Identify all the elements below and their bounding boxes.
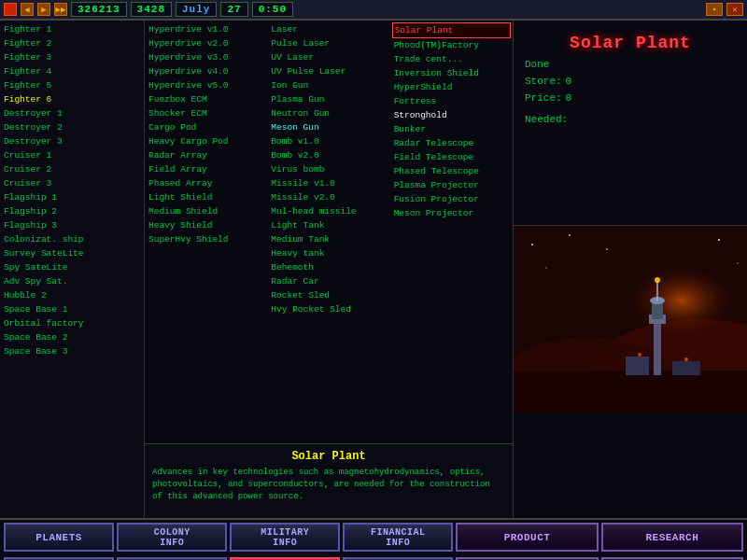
ship-item-3[interactable]: Fighter 4 <box>2 64 142 78</box>
ship-item-22[interactable]: Space Base 2 <box>2 330 142 344</box>
ship-item-17[interactable]: Spy SateLite <box>2 260 142 274</box>
equip-col3-item-1[interactable]: Phood(TM)Factory <box>392 38 511 52</box>
equip-col1-item-15[interactable]: SuperHvy Shield <box>147 232 265 246</box>
equip-col3-item-13[interactable]: Meson Projector <box>392 206 511 220</box>
equip-col1-item-1[interactable]: Hyperdrive v2.0 <box>147 36 265 50</box>
equip-col2-item-20[interactable]: Hvy Rocket Sled <box>269 302 388 316</box>
equip-col2-item-12[interactable]: Missile v2.0 <box>269 190 388 204</box>
colony-info-button[interactable]: COLONYINFO <box>117 523 227 552</box>
planets-button[interactable]: PLANETS <box>4 523 114 552</box>
equip-col1-item-9[interactable]: Radar Array <box>147 148 265 162</box>
bottom-navigation: PLANETS COLONYINFO MILITARYINFO FINANCIA… <box>0 518 747 560</box>
equip-col2-item-10[interactable]: Virus bomb <box>269 162 388 176</box>
ship-item-10[interactable]: Cruiser 2 <box>2 162 142 176</box>
equip-col3-item-5[interactable]: Fortress <box>392 94 511 108</box>
equip-col2-item-17[interactable]: Behemoth <box>269 260 388 274</box>
ship-item-14[interactable]: Flagship 3 <box>2 218 142 232</box>
ship-item-19[interactable]: Hubble 2 <box>2 288 142 302</box>
equip-col2-item-3[interactable]: UV Pulse Laser <box>269 64 388 78</box>
fast-forward-button[interactable]: ▶▶ <box>54 3 67 16</box>
next-button[interactable]: ▶ <box>37 3 50 16</box>
equip-col1-item-10[interactable]: Field Array <box>147 162 265 176</box>
ship-item-23[interactable]: Space Base 3 <box>2 344 142 358</box>
ship-item-0[interactable]: Fighter 1 <box>2 22 142 36</box>
equip-col1-item-7[interactable]: Cargo Pod <box>147 120 265 134</box>
product-button[interactable]: PRODUCT <box>456 523 598 552</box>
item-image <box>514 226 747 413</box>
equip-col1-item-13[interactable]: Medium Shield <box>147 204 265 218</box>
ship-item-1[interactable]: Fighter 2 <box>2 36 142 50</box>
prev-button[interactable]: ◀ <box>21 3 34 16</box>
equip-col2-item-6[interactable]: Neutron Gun <box>269 106 388 120</box>
equip-col3-item-7[interactable]: Bunker <box>392 122 511 136</box>
nav-row-1: PLANETS COLONYINFO MILITARYINFO FINANCIA… <box>0 520 747 554</box>
ship-item-11[interactable]: Cruiser 3 <box>2 176 142 190</box>
svg-point-17 <box>606 248 608 250</box>
ship-item-6[interactable]: Destroyer 1 <box>2 106 142 120</box>
equip-col2-item-13[interactable]: Mul-head missile <box>269 204 388 218</box>
equip-col1-item-4[interactable]: Hyperdrive v5.0 <box>147 78 265 92</box>
equip-col1-item-2[interactable]: Hyperdrive v3.0 <box>147 50 265 64</box>
svg-point-10 <box>655 277 660 283</box>
ship-item-2[interactable]: Fighter 3 <box>2 50 142 64</box>
equip-col3-item-11[interactable]: Plasma Projector <box>392 178 511 192</box>
equip-col3-item-3[interactable]: Inversion Shield <box>392 66 511 80</box>
ship-list-panel: Fighter 1Fighter 2Fighter 3Fighter 4Figh… <box>0 21 145 518</box>
equip-col2-item-9[interactable]: Bomb v2.0 <box>269 148 388 162</box>
equip-col3-item-12[interactable]: Fusion Projector <box>392 192 511 206</box>
store-label: Store: <box>525 76 562 87</box>
equip-col3-item-2[interactable]: Trade cent... <box>392 52 511 66</box>
ship-item-16[interactable]: Survey SateLite <box>2 246 142 260</box>
equip-col1-item-0[interactable]: Hyperdrive v1.0 <box>147 22 265 36</box>
ship-item-7[interactable]: Destroyer 2 <box>2 120 142 134</box>
equip-col2-item-11[interactable]: Missile v1.0 <box>269 176 388 190</box>
equip-col2-item-4[interactable]: Ion Gun <box>269 78 388 92</box>
equip-col1-item-14[interactable]: Heavy Shield <box>147 218 265 232</box>
ship-item-9[interactable]: Cruiser 1 <box>2 148 142 162</box>
ship-item-4[interactable]: Fighter 5 <box>2 78 142 92</box>
equip-col2-item-18[interactable]: Radar Car <box>269 274 388 288</box>
equip-col3-item-0[interactable]: Solar Plant <box>392 22 511 38</box>
equip-col3-item-8[interactable]: Radar Telescope <box>392 136 511 150</box>
research-button[interactable]: RESEARCH <box>601 523 743 552</box>
equip-col3-item-10[interactable]: Phased Telescope <box>392 164 511 178</box>
ship-item-18[interactable]: Adv Spy Sat. <box>2 274 142 288</box>
equip-col1-item-11[interactable]: Phased Array <box>147 176 265 190</box>
equip-col2-item-8[interactable]: Bomb v1.0 <box>269 134 388 148</box>
item-info: Solar Plant Done Store: 0 Price: 0 Neede… <box>514 21 747 226</box>
equip-col2-item-7[interactable]: Meson Gun <box>269 120 388 134</box>
ship-item-5[interactable]: Fighter 6 <box>2 92 142 106</box>
svg-rect-5 <box>654 319 661 375</box>
production-display: 3428 <box>131 2 172 17</box>
close-button[interactable]: ✕ <box>726 3 743 16</box>
ship-item-12[interactable]: Flagship 1 <box>2 190 142 204</box>
equip-col1-item-12[interactable]: Light Shield <box>147 190 265 204</box>
settings-button[interactable]: ▪ <box>706 3 723 16</box>
equip-col2-item-5[interactable]: Plasma Gun <box>269 92 388 106</box>
equip-col1-item-6[interactable]: Shocker ECM <box>147 106 265 120</box>
equip-col2-item-14[interactable]: Light Tank <box>269 218 388 232</box>
main-area: Fighter 1Fighter 2Fighter 3Fighter 4Figh… <box>0 21 747 518</box>
equip-col3-item-4[interactable]: HyperShield <box>392 80 511 94</box>
equip-col1-item-8[interactable]: Heavy Cargo Pod <box>147 134 265 148</box>
equip-col2-item-19[interactable]: Rocket Sled <box>269 288 388 302</box>
equip-col2-item-1[interactable]: Pulse Laser <box>269 36 388 50</box>
equip-col1-item-3[interactable]: Hyperdrive v4.0 <box>147 64 265 78</box>
ship-item-13[interactable]: Flagship 2 <box>2 204 142 218</box>
nav-row-2: FLEETS BUILDINGS INV. ALIENS STARMAP BRI… <box>0 554 747 560</box>
ship-item-15[interactable]: Colonizat. ship <box>2 232 142 246</box>
equipment-col3: Solar PlantPhood(TM)FactoryTrade cent...… <box>390 21 513 443</box>
equip-col2-item-0[interactable]: Laser <box>269 22 388 36</box>
ship-item-8[interactable]: Destroyer 3 <box>2 134 142 148</box>
military-info-button[interactable]: MILITARYINFO <box>230 523 340 552</box>
equip-col2-item-15[interactable]: Medium Tank <box>269 232 388 246</box>
equip-col1-item-5[interactable]: Fuezbox ECM <box>147 92 265 106</box>
equip-col2-item-2[interactable]: UV Laser <box>269 50 388 64</box>
equip-col2-item-16[interactable]: Heavy tank <box>269 246 388 260</box>
equip-col3-item-6[interactable]: Stronghold <box>392 108 511 122</box>
financial-info-button[interactable]: FINANCIALINFO <box>343 523 453 552</box>
equip-col3-item-9[interactable]: Field Telescope <box>392 150 511 164</box>
svg-point-13 <box>638 353 641 357</box>
ship-item-20[interactable]: Space Base 1 <box>2 302 142 316</box>
ship-item-21[interactable]: Orbital factory <box>2 316 142 330</box>
